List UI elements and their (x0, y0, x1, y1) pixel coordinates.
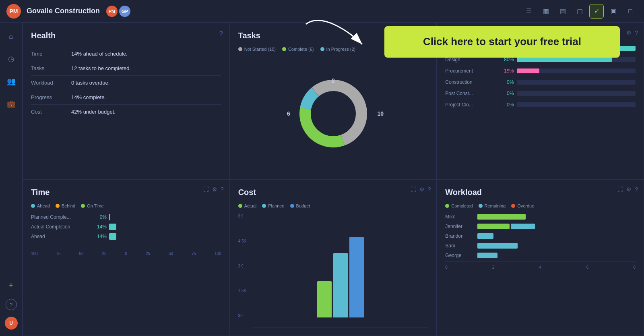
progress-row-design: Design 80% (445, 57, 636, 62)
progress-label-construction: Construction (445, 79, 493, 85)
workload-expand-icon[interactable]: ⛶ (617, 186, 623, 193)
legend-on-time: On Time (81, 203, 104, 208)
progress-row-procurement: Procurement 19% (445, 68, 636, 74)
file-view-btn[interactable]: □ (623, 4, 638, 19)
health-value-cost: 42% under budget. (71, 109, 116, 115)
cost-expand-icon[interactable]: ⛶ (411, 186, 416, 193)
legend-dot-not-started (238, 47, 242, 51)
sidebar-item-briefcase[interactable]: 💼 (4, 97, 19, 111)
workload-bars-brandon (477, 233, 636, 239)
legend-dot-in-progress (320, 47, 324, 51)
sidebar-item-people[interactable]: 👥 (4, 74, 19, 89)
progress-label-design: Design (445, 57, 493, 62)
progress-bar-bg-project-close (517, 102, 636, 107)
time-row-pct-ahead: 14% (87, 234, 107, 239)
time-row-label-actual: Actual Completion (31, 224, 87, 230)
donut-label-right: 10 (377, 110, 384, 117)
legend-planned: Planned (262, 203, 284, 208)
health-value-progress: 14% complete. (71, 94, 106, 100)
sidebar-item-clock[interactable]: ◷ (4, 52, 19, 66)
cost-title: Cost (238, 188, 429, 197)
table-view-btn[interactable]: ▢ (572, 4, 587, 19)
donut-label-left: 6 (287, 110, 290, 117)
health-panel: Health ? Time 14% ahead of schedule. Tas… (23, 23, 230, 179)
legend-dot-budget (290, 204, 294, 208)
workload-row-sam: Sam (445, 243, 636, 249)
health-rows: Time 14% ahead of schedule. Tasks 12 tas… (31, 47, 221, 119)
tasks-chart-area: 2 6 10 (238, 56, 429, 171)
workload-settings-icon[interactable]: ⚙ (626, 186, 632, 193)
time-axis: 100 75 50 25 0 25 50 75 100 (31, 248, 221, 256)
progress-pct-project-close: 0% (493, 102, 514, 108)
progress-pct-design: 80% (493, 57, 514, 62)
progress-row-construction: Construction 0% (445, 79, 636, 85)
workload-panel: Workload ⛶ ⚙ ? Completed Remaining Overd… (437, 179, 644, 336)
health-row-progress: Progress 14% complete. (31, 90, 221, 105)
sidebar-add-btn[interactable]: + (4, 278, 19, 292)
workload-name-jennifer: Jennifer (445, 224, 477, 229)
list-view-btn[interactable]: ☰ (522, 4, 536, 19)
progress-bar-bg-post-const (517, 91, 636, 96)
time-panel-icons: ⛶ ⚙ ? (203, 186, 224, 193)
progress-bar-fill-procurement (517, 68, 539, 73)
time-bar-planned (109, 214, 110, 220)
time-row-pct-actual: 14% (87, 224, 107, 230)
cost-chart (253, 214, 429, 328)
workload-name-brandon: Brandon (445, 233, 477, 239)
workload-bar-mike-completed (477, 214, 526, 220)
time-legend: Ahead Behind On Time (31, 203, 221, 208)
avatar-group: PM GP (106, 6, 130, 17)
time-row-ahead: Ahead 14% (31, 233, 221, 240)
project-title: Govalle Construction (27, 7, 100, 15)
cost-chart-wrapper: 6K 4.5K 3K 1.5K $0 (238, 214, 429, 328)
time-row-actual: Actual Completion 14% (31, 224, 221, 230)
progress-help-icon[interactable]: ? (635, 29, 638, 36)
workload-bars-jennifer (477, 224, 636, 229)
sidebar-item-home[interactable]: ⌂ (4, 29, 19, 44)
align-view-btn[interactable]: ▤ (555, 4, 570, 19)
time-row-pct-planned: 0% (87, 214, 107, 220)
legend-dot-actual (238, 204, 242, 208)
health-label-time: Time (31, 51, 71, 57)
legend-remaining: Remaining (479, 203, 506, 208)
cost-help-icon[interactable]: ? (428, 186, 431, 193)
workload-bars-george (477, 253, 636, 258)
health-help-icon[interactable]: ? (219, 30, 223, 37)
workload-bar-brandon-remaining (477, 233, 493, 239)
time-settings-icon[interactable]: ⚙ (212, 186, 217, 193)
legend-dot-completed (445, 204, 449, 208)
columns-view-btn[interactable]: ▦ (539, 4, 553, 19)
sidebar-user-avatar[interactable]: U (5, 317, 18, 330)
workload-panel-icons: ⛶ ⚙ ? (617, 186, 638, 193)
workload-row-jennifer: Jennifer (445, 224, 636, 229)
donut-label-top: 2 (332, 77, 335, 84)
cost-panel-icons: ⛶ ⚙ ? (411, 186, 431, 193)
sidebar-help-btn[interactable]: ? (6, 299, 17, 310)
workload-bar-sam-remaining (477, 243, 518, 249)
workload-name-mike: Mike (445, 214, 477, 220)
health-label-tasks: Tasks (31, 65, 71, 71)
app-logo: PM (6, 4, 21, 19)
chart-view-btn[interactable]: ✓ (589, 4, 604, 19)
sidebar: ⌂ ◷ 👥 💼 + ? U (0, 23, 23, 336)
legend-behind: Behind (56, 203, 75, 208)
workload-help-icon[interactable]: ? (635, 186, 638, 193)
legend-dot-on-time (81, 204, 85, 208)
calendar-view-btn[interactable]: ▣ (606, 4, 621, 19)
progress-settings-icon[interactable]: ⚙ (626, 29, 632, 36)
cost-settings-icon[interactable]: ⚙ (419, 186, 425, 193)
legend-in-progress: In Progress (2) (320, 47, 356, 52)
avatar-pm: PM (106, 6, 118, 17)
workload-bar-george-remaining (477, 253, 497, 258)
workload-bar-jennifer-completed (477, 224, 510, 229)
workload-title: Workload (445, 188, 636, 197)
workload-name-sam: Sam (445, 243, 477, 249)
free-trial-banner[interactable]: Click here to start your free trial (384, 26, 620, 58)
workload-row-mike: Mike (445, 214, 636, 220)
progress-bar-bg-procurement (517, 68, 636, 73)
time-help-icon[interactable]: ? (221, 186, 224, 193)
health-label-workload: Workload (31, 80, 71, 86)
time-expand-icon[interactable]: ⛶ (203, 186, 209, 193)
progress-row-post-const: Post Const... 0% (445, 91, 636, 96)
cost-y-6k: 6K (238, 214, 247, 218)
